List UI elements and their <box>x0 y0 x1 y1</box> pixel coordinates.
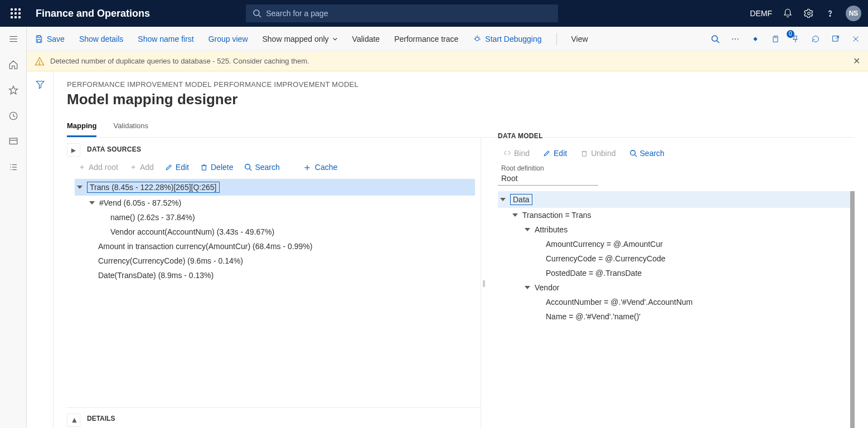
add-button: ＋Add <box>129 162 154 172</box>
root-definition-label: Root definition <box>498 164 855 172</box>
tab-validations[interactable]: Validations <box>113 118 148 137</box>
left-column <box>27 71 54 428</box>
tree-row[interactable]: #Vend (6.05s - 87.52%) <box>75 196 475 210</box>
edit-button[interactable]: Edit <box>165 163 189 172</box>
svg-point-43 <box>245 164 250 169</box>
svg-rect-18 <box>37 39 40 42</box>
data-model-header: DATA MODEL <box>498 132 855 145</box>
dm-edit-button[interactable]: Edit <box>543 149 567 158</box>
tree-row[interactable]: name() (2.62s - 37.84%) <box>75 210 475 225</box>
save-button[interactable]: Save <box>35 35 65 43</box>
expand-icon[interactable]: ▶ <box>67 414 80 427</box>
svg-line-1 <box>259 15 261 17</box>
collapse-icon[interactable] <box>77 186 83 189</box>
tree-row[interactable]: Currency(CurrencyCode) (9.6ms - 0.14%) <box>75 254 475 268</box>
tree-label: AmountCurrency = @.AmountCur <box>546 240 663 249</box>
tree-row[interactable]: PostedDate = @.TransDate <box>498 266 850 280</box>
chevron-down-icon <box>332 36 338 42</box>
collapse-icon[interactable] <box>89 201 95 205</box>
svg-line-33 <box>836 36 838 38</box>
tree-row[interactable]: AmountCurrency = @.AmountCur <box>498 237 850 251</box>
global-search[interactable] <box>246 4 558 22</box>
app-launcher-icon[interactable] <box>7 4 25 22</box>
tree-row[interactable]: Vendor <box>498 280 850 295</box>
pin-icon[interactable]: 0 <box>791 35 800 43</box>
view-button[interactable]: View <box>571 35 588 43</box>
svg-point-27 <box>732 38 733 40</box>
gear-icon[interactable] <box>803 8 814 19</box>
group-view-button[interactable]: Group view <box>208 35 248 43</box>
dm-toolbar: Bind Edit Unbind Search <box>498 145 855 164</box>
cache-button[interactable]: ＋Cache <box>302 163 337 172</box>
home-icon[interactable] <box>7 58 20 71</box>
show-name-first-button[interactable]: Show name first <box>138 35 193 43</box>
search-icon[interactable] <box>711 35 720 43</box>
tree-label: Vendor account(AccountNum) (3.43s - 49.6… <box>110 227 274 236</box>
details-header[interactable]: ▶ DETAILS <box>67 408 481 428</box>
more-icon[interactable] <box>731 35 740 43</box>
data-model-pane: DATA MODEL Bind Edit Unbind Search Root … <box>487 138 855 428</box>
company-code[interactable]: DEMF <box>750 9 772 18</box>
tab-mapping[interactable]: Mapping <box>67 118 96 137</box>
search-button[interactable]: Search <box>244 163 279 172</box>
modules-icon[interactable] <box>7 160 20 174</box>
workspace-icon[interactable] <box>7 135 20 148</box>
show-mapped-only-button[interactable]: Show mapped only <box>263 35 338 43</box>
start-debugging-button[interactable]: Start Debugging <box>473 35 541 43</box>
data-sources-header: ▶ DATA SOURCES <box>67 138 481 159</box>
delete-button[interactable]: Delete <box>200 163 233 172</box>
collapse-icon[interactable] <box>500 198 506 201</box>
tree-row[interactable]: Data <box>498 191 850 208</box>
svg-line-24 <box>478 37 479 38</box>
separator <box>556 33 557 45</box>
diamond-icon[interactable] <box>751 35 760 43</box>
top-header: Finance and Operations DEMF NS <box>0 0 868 27</box>
collapse-icon[interactable] <box>525 228 530 231</box>
splitter[interactable]: ‖ <box>481 138 487 428</box>
performance-trace-button[interactable]: Performance trace <box>394 35 458 43</box>
data-model-tree[interactable]: DataTransaction = TransAttributesAmountC… <box>498 191 855 428</box>
dm-search-button[interactable]: Search <box>629 149 665 158</box>
hamburger-icon[interactable] <box>7 32 20 46</box>
command-bar: Save Show details Show name first Group … <box>27 27 868 51</box>
svg-rect-17 <box>37 36 40 37</box>
banner-text: Detected number of duplicate queries to … <box>50 57 309 65</box>
filter-icon[interactable] <box>35 79 45 428</box>
tree-label: Vendor <box>535 283 559 292</box>
collapse-icon[interactable] <box>512 213 518 217</box>
close-icon[interactable] <box>851 35 860 43</box>
validate-button[interactable]: Validate <box>352 35 380 43</box>
collapse-icon[interactable] <box>525 286 530 289</box>
warning-icon <box>35 56 45 66</box>
tree-row[interactable]: Date(TransDate) (8.9ms - 0.13%) <box>75 268 475 283</box>
tree-row[interactable]: Vendor account(AccountNum) (3.43s - 49.6… <box>75 225 475 239</box>
root-definition-value[interactable]: Root <box>498 172 598 186</box>
banner-close-icon[interactable]: ✕ <box>853 56 860 66</box>
show-details-button[interactable]: Show details <box>79 35 123 43</box>
collapse-icon[interactable]: ▶ <box>67 143 80 157</box>
popout-icon[interactable] <box>831 35 840 43</box>
tree-row[interactable]: Trans (8.45s - 122.28%)[265][Q:265] <box>75 179 475 196</box>
clock-icon[interactable] <box>7 109 20 123</box>
user-avatar[interactable]: NS <box>846 6 861 21</box>
app-title: Finance and Operations <box>36 8 150 20</box>
attach-icon[interactable] <box>771 35 780 43</box>
tree-row[interactable]: Amount in transaction currency(AmountCur… <box>75 239 475 254</box>
tree-label: PostedDate = @.TransDate <box>546 269 642 278</box>
star-icon[interactable] <box>7 84 20 97</box>
data-sources-tree[interactable]: Trans (8.45s - 122.28%)[265][Q:265]#Vend… <box>67 179 481 404</box>
svg-point-3 <box>830 16 831 17</box>
svg-rect-32 <box>833 36 838 41</box>
tree-row[interactable]: Transaction = Trans <box>498 208 850 222</box>
svg-point-28 <box>735 38 736 40</box>
bell-icon[interactable] <box>782 8 793 19</box>
tree-row[interactable]: Attributes <box>498 222 850 237</box>
tree-row[interactable]: CurrencyCode = @.CurrencyCode <box>498 251 850 266</box>
svg-point-47 <box>630 150 635 155</box>
refresh-icon[interactable] <box>811 35 820 43</box>
tree-row[interactable]: Name = @.'#Vend'.'name()' <box>498 309 850 324</box>
global-search-input[interactable] <box>266 9 551 18</box>
search-icon <box>253 9 261 18</box>
help-icon[interactable] <box>825 8 836 19</box>
tree-row[interactable]: AccountNumber = @.'#Vend'.AccountNum <box>498 295 850 309</box>
